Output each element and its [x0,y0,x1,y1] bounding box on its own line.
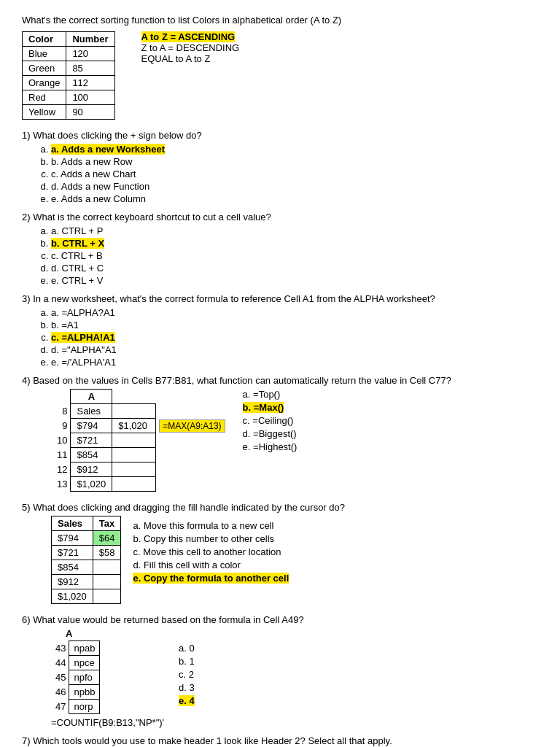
intro-question-text: What's the correct sorting function to l… [22,15,538,26]
q4-cell-b [112,404,156,419]
option-label: b. Adds a new Row [51,156,132,167]
q4-empty-cell [156,404,231,419]
q6-option: a. 0 [179,643,195,654]
question-1: 1) What does clicking the + sign below d… [22,130,538,204]
q6-row: 45npfo [51,670,100,685]
q4-row: 9$794$1,020=MAX(A9:A13) [51,419,231,433]
intro-cell-color: Yellow [23,105,66,120]
q5-answers: a. Move this formula to a new cellb. Cop… [133,520,289,586]
q4-empty-cell [156,477,231,492]
option-item: e. Adds a new Column [51,193,538,204]
q6-cell-val: npfo [69,670,100,685]
q5-row: $1,020 [52,589,121,604]
q5-tax-cell [93,560,121,575]
q4-empty-cell [156,433,231,448]
intro-cell-color: Red [23,90,66,105]
q5-sales-cell: $1,020 [52,589,93,604]
option-label: d. Adds a new Function [51,181,149,192]
q5-tax-cell: $58 [93,546,121,560]
question-6: 6) What value would be returned based on… [22,614,538,728]
intro-answers: A to Z = ASCENDING Z to A = DESCENDING E… [141,31,240,64]
q6-row: 47norp [51,700,100,714]
option-label: c. Adds a new Chart [51,169,136,179]
intro-table: Color Number Blue120Green85Orange112Red1… [22,31,115,120]
q5-text: 5) What does clicking and dragging the f… [22,502,538,513]
option-label: e. Adds a new Column [51,193,146,204]
question-3: 3) In a new worksheet, what's the correc… [22,293,538,368]
q4-row-num: 9 [51,419,71,433]
q5-row: $794$64 [52,531,121,546]
intro-cell-number: 100 [66,90,114,105]
q5-sales-cell: $854 [52,560,93,575]
q5-option-label: e. Copy the formula to another cell [133,573,289,584]
q5-col-tax: Tax [93,516,121,531]
q2-text: 2) What is the correct keyboard shortcut… [22,212,538,222]
intro-answer-2: Z to A = DESCENDING [141,42,240,53]
q4-option: a. =Top() [243,389,298,400]
q5-option: c. Move this cell to another location [133,546,289,557]
intro-cell-number: 90 [66,105,114,120]
q6-option: d. 3 [179,682,195,693]
q6-cell-val: npab [69,641,100,656]
q3-text: 3) In a new worksheet, what's the correc… [22,293,538,304]
option-label: c. =ALPHA!A1 [51,332,115,343]
option-item: c. CTRL + B [51,250,538,261]
option-label: d. ="ALPHA"A1 [51,344,117,355]
q4-row: 8Sales [51,404,231,419]
intro-answer-3: EQUAL to A to Z [141,53,240,64]
q6-option-label: e. 4 [179,695,195,706]
option-label: e. =/'ALPHA'A1 [51,357,116,368]
q1-text: 1) What does clicking the + sign below d… [22,130,538,141]
intro-answer-1: A to Z = ASCENDING [141,31,236,42]
q6-table: 43npab44npce45npfo46npbb47norp [51,640,100,714]
q5-tax-fill: $64 [93,531,121,546]
q4-cell-b: $1,020 [112,419,156,433]
option-item: e. =/'ALPHA'A1 [51,357,538,368]
intro-table-row: Orange112 [23,76,115,90]
q6-row-num: 47 [51,700,69,714]
option-item: b. CTRL + X [51,238,538,249]
q4-cell-a: Sales [71,404,112,419]
q4-row-num: 10 [51,433,71,448]
q6-option: b. 1 [179,656,195,667]
q4-col-a: A [71,390,112,404]
intro-cell-number: 85 [66,61,114,76]
option-item: d. Adds a new Function [51,181,538,192]
q6-cell-val: npce [69,656,100,670]
q5-option: d. Fill this cell with a color [133,560,289,570]
q7-text: 7) Which tools would you use to make hea… [22,735,538,746]
q4-cell-a: $794 [71,419,112,433]
q4-cell-b [112,448,156,462]
question-5: 5) What does clicking and dragging the f… [22,502,538,607]
option-item: c. =ALPHA!A1 [51,332,538,343]
q6-cell-val: norp [69,700,100,714]
q5-tax-cell [93,575,121,589]
q6-cell-val: npbb [69,685,100,700]
intro-col-color: Color [23,32,66,47]
q5-table: Sales Tax $794$64$721$58$854$912$1,020 [51,516,121,604]
intro-cell-color: Green [23,61,66,76]
q4-text: 4) Based on the values in Cells B77:B81,… [22,375,538,386]
q4-cell-b [112,462,156,477]
q5-sales-cell: $721 [52,546,93,560]
q4-cell-a: $912 [71,462,112,477]
q5-option: a. Move this formula to a new cell [133,520,289,531]
option-label: c. CTRL + B [51,250,103,261]
option-item: a. Adds a new Worksheet [51,144,538,155]
q4-cell-b [112,433,156,448]
q4-option: d. =Biggest() [243,428,298,439]
q5-col-sales: Sales [52,516,93,531]
intro-section: What's the correct sorting function to l… [22,15,538,123]
intro-cell-color: Orange [23,76,66,90]
q5-sales-cell: $912 [52,575,93,589]
question-2: 2) What is the correct keyboard shortcut… [22,212,538,286]
option-item: d. CTRL + C [51,263,538,274]
q5-option: b. Copy this number to other cells [133,533,289,544]
q6-row: 43npab [51,641,100,656]
q6-text: 6) What value would be returned based on… [22,614,538,625]
q6-row: 46npbb [51,685,100,700]
option-item: a. CTRL + P [51,225,538,236]
option-item: b. =A1 [51,320,538,330]
q4-cell-a: $721 [71,433,112,448]
q6-row-num: 46 [51,685,69,700]
